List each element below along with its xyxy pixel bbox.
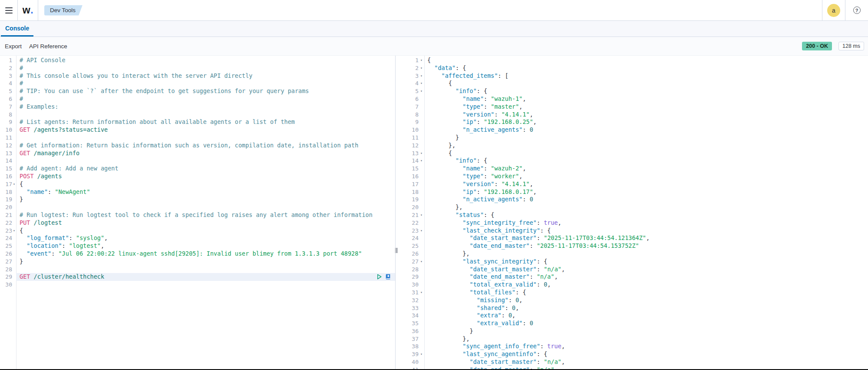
code-line[interactable]: 22PUT /logtest xyxy=(0,219,395,227)
code-line[interactable]: 25 "date_end_master": "2025-11-17T03:44:… xyxy=(396,242,868,250)
request-editor[interactable]: 1# API Console2#3# This console allows y… xyxy=(0,56,396,369)
code-line[interactable]: 37 }, xyxy=(396,335,868,343)
code-line[interactable]: 15# Add agent: Add a new agent xyxy=(0,165,395,173)
code-line[interactable]: 11 } xyxy=(396,134,868,142)
code-line[interactable]: 5# TIP: You can use `?` after the endpoi… xyxy=(0,87,395,95)
code-line[interactable]: 1# API Console xyxy=(0,57,395,64)
code-line[interactable]: 13▾ { xyxy=(396,150,868,157)
code-line[interactable]: 35 "extra_valid": 0 xyxy=(396,320,868,327)
code-line[interactable]: 16POST /agents xyxy=(0,173,395,180)
fold-toggle-icon[interactable]: ▾ xyxy=(419,80,424,87)
code-line[interactable]: 2# xyxy=(0,64,395,72)
user-menu-button[interactable]: a xyxy=(822,0,845,20)
code-line[interactable]: 18 "ip": "192.168.0.17", xyxy=(396,188,868,196)
response-viewer[interactable]: 1▾{2▾ "data": {3▾ "affected_items": [4▾ … xyxy=(396,56,868,369)
code-line[interactable]: 6 "name": "wazuh-1", xyxy=(396,95,868,103)
code-line[interactable]: 27} xyxy=(0,258,395,266)
code-line[interactable]: 39▾ "last_sync_agentinfo": { xyxy=(396,350,868,358)
code-line[interactable]: 29GET /cluster/healthcheck xyxy=(0,273,395,281)
code-line[interactable]: 16 "type": "worker", xyxy=(396,173,868,180)
code-line[interactable]: 32 "missing": 0, xyxy=(396,297,868,304)
code-line[interactable]: 33 "shared": 0, xyxy=(396,304,868,312)
code-line[interactable]: 13GET /manager/info xyxy=(0,150,395,157)
code-line[interactable]: 20 }, xyxy=(396,203,868,211)
code-line[interactable]: 40 "date_start_master": "n/a", xyxy=(396,358,868,366)
code-line[interactable]: 26 "event": "Jul 06 22:00:22 linux-agent… xyxy=(0,250,395,258)
code-line[interactable]: 30 "total_extra_valid": 0, xyxy=(396,281,868,289)
send-request-icon[interactable] xyxy=(376,273,383,280)
code-line[interactable]: 19} xyxy=(0,196,395,203)
fold-toggle-icon[interactable]: ▾ xyxy=(419,211,424,219)
fold-toggle-icon[interactable]: ▾ xyxy=(419,72,424,80)
code-line[interactable]: 12# Get information: Return basic inform… xyxy=(0,142,395,150)
code-line[interactable]: 2▾ "data": { xyxy=(396,64,868,72)
code-line[interactable]: 22 "sync_integrity_free": true, xyxy=(396,219,868,227)
tab-console[interactable]: Console xyxy=(1,21,33,37)
fold-toggle-icon[interactable]: ▾ xyxy=(419,150,424,157)
export-button[interactable]: Export xyxy=(5,43,22,50)
code-line[interactable]: 27▾ "last_sync_integrity": { xyxy=(396,258,868,266)
code-line[interactable]: 26 }, xyxy=(396,250,868,258)
code-line[interactable]: 38 "sync_agent_info_free": true, xyxy=(396,343,868,350)
tab-bar: Console xyxy=(0,21,868,37)
code-line[interactable]: 5▾ "info": { xyxy=(396,87,868,95)
code-line[interactable]: 14▾ "info": { xyxy=(396,157,868,165)
fold-toggle-icon[interactable]: ▾ xyxy=(419,227,424,235)
fold-toggle-icon[interactable]: ▾ xyxy=(419,57,424,64)
code-line[interactable]: 41 "date_end_master": "n/a" xyxy=(396,366,868,369)
code-line[interactable]: 30 xyxy=(0,281,395,289)
fold-toggle-icon[interactable]: ▾ xyxy=(419,87,424,95)
fold-toggle-icon[interactable]: ▾ xyxy=(419,289,424,297)
code-line[interactable]: 20 xyxy=(0,203,395,211)
code-line[interactable]: 4# xyxy=(0,80,395,87)
code-line[interactable]: 17 "version": "4.14.1", xyxy=(396,180,868,188)
code-line[interactable]: 4▾ { xyxy=(396,80,868,87)
code-line[interactable]: 23▾{ xyxy=(0,227,395,235)
code-line[interactable]: 28 xyxy=(0,266,395,273)
pane-resize-handle[interactable] xyxy=(393,247,399,254)
code-line[interactable]: 12 }, xyxy=(396,142,868,150)
code-line[interactable]: 17▾{ xyxy=(0,180,395,188)
fold-toggle-icon[interactable]: ▾ xyxy=(419,157,424,165)
code-line[interactable]: 6# xyxy=(0,95,395,103)
code-line[interactable]: 7# Examples: xyxy=(0,103,395,111)
code-line[interactable]: 7 "type": "master", xyxy=(396,103,868,111)
code-line[interactable]: 1▾{ xyxy=(396,57,868,64)
breadcrumb-dev-tools[interactable]: Dev Tools xyxy=(44,5,83,16)
code-line[interactable]: 21# Run logtest: Run logtest tool to che… xyxy=(0,211,395,219)
code-line[interactable]: 10GET /agents?status=active xyxy=(0,126,395,134)
code-line[interactable]: 9 "ip": "192.168.0.25", xyxy=(396,118,868,126)
code-line[interactable]: 3▾ "affected_items": [ xyxy=(396,72,868,80)
code-line[interactable]: 21▾ "status": { xyxy=(396,211,868,219)
code-line[interactable]: 23▾ "last_check_integrity": { xyxy=(396,227,868,235)
open-documentation-icon[interactable] xyxy=(385,273,391,280)
menu-button[interactable] xyxy=(0,0,17,20)
fold-toggle-icon[interactable]: ▾ xyxy=(419,64,424,72)
fold-toggle-icon[interactable]: ▾ xyxy=(419,350,424,358)
wazuh-logo[interactable]: w. xyxy=(18,0,38,20)
help-button[interactable]: ? xyxy=(845,0,868,20)
code-line[interactable]: 34 "extra": 0, xyxy=(396,312,868,320)
code-line[interactable]: 15 "name": "wazuh-2", xyxy=(396,165,868,173)
code-line[interactable]: 24 "log_format": "syslog", xyxy=(0,234,395,242)
fold-toggle-icon[interactable]: ▾ xyxy=(12,227,16,235)
code-line[interactable]: 24 "date_start_master": "2025-11-17T03:4… xyxy=(396,234,868,242)
code-line[interactable]: 8 xyxy=(0,111,395,119)
code-line[interactable]: 8 "version": "4.14.1", xyxy=(396,111,868,119)
code-line[interactable]: 19 "n_active_agents": 0 xyxy=(396,196,868,203)
api-reference-button[interactable]: API Reference xyxy=(29,43,67,50)
code-line[interactable]: 25 "location": "logtest", xyxy=(0,242,395,250)
code-line[interactable]: 9# List agents: Return information about… xyxy=(0,118,395,126)
code-line[interactable]: 36 } xyxy=(396,327,868,335)
code-line[interactable]: 14 xyxy=(0,157,395,165)
code-line[interactable]: 18 "name": "NewAgent" xyxy=(0,188,395,196)
code-line[interactable]: 29 "date_end_master": "n/a", xyxy=(396,273,868,281)
code-line[interactable]: 3# This console allows you to interact w… xyxy=(0,72,395,80)
code-line[interactable]: 10 "n_active_agents": 0 xyxy=(396,126,868,134)
code-line[interactable]: 28 "date_start_master": "n/a", xyxy=(396,266,868,273)
dev-tools-app: w. Dev Tools a ? Console Export API Refe… xyxy=(0,0,868,370)
fold-toggle-icon[interactable]: ▾ xyxy=(419,258,424,266)
code-line[interactable]: 11 xyxy=(0,134,395,142)
code-line[interactable]: 31▾ "total_files": { xyxy=(396,289,868,297)
fold-toggle-icon[interactable]: ▾ xyxy=(12,180,16,188)
